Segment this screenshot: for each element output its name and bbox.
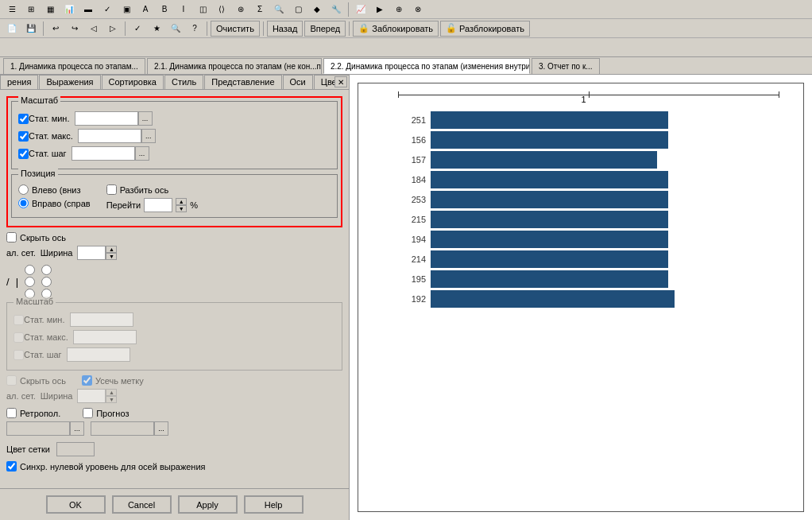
radio-sym-3[interactable] [25, 277, 35, 287]
tb-btn-16[interactable]: ▢ [289, 2, 307, 17]
stat-min-browse-btn[interactable]: ... [138, 111, 153, 126]
grid-color-box[interactable] [56, 442, 95, 456]
lock-button[interactable]: 🔒 Заблокировать [353, 21, 439, 37]
bottom-stat-max-label: Стат. макс. [24, 332, 68, 342]
tb-btn-6[interactable]: ✓ [99, 2, 116, 17]
tb-btn-1[interactable]: ☰ [3, 2, 21, 17]
tb-btn-7[interactable]: ▣ [118, 2, 135, 17]
dialog-tab-style[interactable]: Стиль [164, 75, 203, 89]
tb-btn-2[interactable]: ⊞ [22, 2, 40, 17]
tb-btn-5[interactable]: ▬ [79, 2, 97, 17]
tb-btn-14[interactable]: Σ [251, 2, 269, 17]
bottom-stat-step-input[interactable] [67, 347, 130, 362]
radio-sym-1[interactable] [25, 265, 35, 275]
tb-btn-15[interactable]: 🔍 [270, 2, 288, 17]
close-button[interactable]: ✕ [334, 76, 347, 87]
bottom-width-up[interactable]: ▲ [106, 389, 117, 396]
dialog-tab-sort[interactable]: Сортировка [102, 75, 164, 89]
apply-button[interactable]: Apply [178, 495, 238, 514]
stat-max-checkbox[interactable] [18, 131, 29, 142]
bottom-stat-min-checkbox[interactable] [14, 315, 24, 325]
bar-label: 194 [398, 235, 426, 244]
radio-sym-2[interactable] [41, 265, 52, 275]
tb-btn-4[interactable]: 📊 [60, 2, 78, 17]
ok-button[interactable]: OK [46, 495, 106, 514]
back-button[interactable]: Назад [267, 21, 304, 37]
offset-up-arrow[interactable]: ▲ [176, 198, 187, 205]
dialog-tab-view[interactable]: Представление [204, 75, 281, 89]
tb-btn-17[interactable]: ◆ [308, 2, 326, 17]
tb2-prev[interactable]: ◁ [85, 21, 102, 37]
tab-1[interactable]: 1. Динамика процесса по этапам... [3, 58, 145, 74]
bottom-stat-min-input[interactable] [70, 312, 133, 327]
forecast-browse-btn[interactable]: ... [154, 421, 168, 436]
stat-min-checkbox[interactable] [18, 114, 29, 124]
stat-step-input[interactable]: 100 [72, 146, 135, 161]
stat-step-browse-btn[interactable]: ... [135, 146, 149, 161]
width-up[interactable]: ▲ [106, 246, 117, 253]
tb-btn-chart[interactable]: 📈 [352, 2, 369, 17]
tb-btn-12[interactable]: ⟨⟩ [213, 2, 230, 17]
radio-right-row: Вправо (справ [18, 198, 91, 208]
cancel-button[interactable]: Cancel [112, 495, 172, 514]
stat-step-checkbox[interactable] [18, 149, 29, 159]
tb-btn-11[interactable]: ◫ [194, 2, 211, 17]
bottom-truncate-checkbox[interactable] [82, 375, 92, 386]
bottom-stat-step-checkbox[interactable] [14, 350, 24, 360]
radio-right[interactable] [18, 198, 29, 208]
tb2-star[interactable]: ★ [148, 21, 165, 37]
width-input[interactable]: 1 pt [77, 246, 106, 260]
sync-checkbox[interactable] [6, 461, 17, 471]
forecast-checkbox[interactable] [83, 408, 93, 418]
tb-btn-13[interactable]: ⊛ [232, 2, 249, 17]
dialog-tab-expressions[interactable]: Выражения [39, 75, 100, 89]
forward-button[interactable]: Вперед [304, 21, 346, 37]
tab-3[interactable]: 2.2. Динамика процесса по этапам (измене… [323, 58, 530, 74]
radio-left[interactable] [18, 184, 29, 195]
bottom-stat-max-input[interactable] [73, 330, 137, 344]
retropol-input[interactable] [6, 421, 70, 436]
unlock-button[interactable]: 🔓 Разблокировать [440, 21, 530, 37]
retropol-browse-btn[interactable]: ... [70, 421, 84, 436]
forecast-input[interactable] [91, 421, 154, 436]
hide-axis-checkbox[interactable] [6, 232, 17, 243]
bottom-stat-max-checkbox[interactable] [14, 332, 24, 343]
tb-btn-21[interactable]: ⊗ [409, 2, 427, 17]
tb2-help[interactable]: ? [186, 21, 203, 37]
clear-button[interactable]: Очистить [211, 21, 260, 37]
tb2-check[interactable]: ✓ [129, 21, 146, 37]
position-group-title: Позиция [18, 169, 58, 178]
help-button[interactable]: Help [244, 495, 304, 514]
tb2-redo[interactable]: ↪ [66, 21, 83, 37]
tab-2[interactable]: 2.1. Динамика процесса по этапам (не кон… [147, 58, 322, 74]
tb-btn-18[interactable]: 🔧 [327, 2, 345, 17]
offset-input[interactable]: 20 [144, 198, 172, 212]
dialog-tab-renia[interactable]: рения [0, 75, 38, 89]
tb-btn-9[interactable]: B [156, 2, 173, 17]
tb-btn-19[interactable]: ▶ [371, 2, 389, 17]
width-down[interactable]: ▼ [106, 253, 117, 260]
radio-sym-4[interactable] [41, 277, 52, 287]
split-axis-checkbox[interactable] [106, 184, 117, 195]
tb2-undo[interactable]: ↩ [47, 21, 64, 37]
tb2-save[interactable]: 💾 [22, 21, 40, 37]
bottom-hide-axis-checkbox[interactable] [6, 375, 17, 386]
tb-btn-8[interactable]: A [137, 2, 154, 17]
stat-max-browse-btn[interactable]: ... [141, 129, 156, 143]
tb2-new[interactable]: 📄 [3, 21, 21, 37]
bottom-width-label: Ширина [41, 391, 73, 401]
stat-min-input[interactable]: 0 [75, 111, 138, 126]
tb-btn-20[interactable]: ⊕ [390, 2, 408, 17]
stat-max-input[interactable]: 3 [78, 129, 141, 143]
tb2-next[interactable]: ▷ [104, 21, 122, 37]
retropol-checkbox[interactable] [6, 408, 17, 418]
dialog-tab-axes[interactable]: Оси [283, 75, 313, 89]
tb-btn-10[interactable]: I [175, 2, 192, 17]
bottom-truncate-row: Усечь метку [82, 375, 144, 386]
bottom-width-down[interactable]: ▼ [106, 396, 117, 403]
tab-4[interactable]: 3. Отчет по к... [532, 58, 600, 74]
tb2-search[interactable]: 🔍 [167, 21, 184, 37]
bottom-width-input[interactable]: 0 pt [77, 389, 106, 403]
offset-down-arrow[interactable]: ▼ [176, 205, 187, 212]
tb-btn-3[interactable]: ▦ [41, 2, 59, 17]
